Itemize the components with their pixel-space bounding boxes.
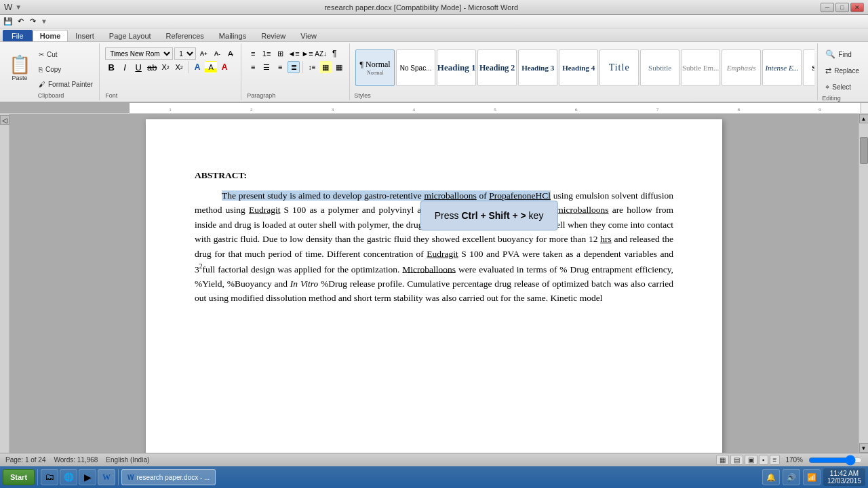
style-normal[interactable]: ¶ Normal Normal (355, 49, 395, 86)
redo-icon[interactable]: ↷ (27, 16, 38, 27)
numbering-button[interactable]: 1≡ (260, 47, 273, 60)
tab-references[interactable]: References (159, 30, 212, 41)
taskbar-word-icon[interactable]: W (98, 469, 115, 485)
font-name-select[interactable]: Times New Roman (105, 47, 173, 60)
style-intense-e[interactable]: Intense E... (762, 49, 802, 86)
font-color-button[interactable]: A (218, 61, 231, 73)
taskbar-app-word[interactable]: W research paper.docx - ... (121, 469, 216, 485)
tab-insert[interactable]: Insert (68, 30, 102, 41)
style-heading2[interactable]: Heading 2 (477, 49, 517, 86)
style-subtitle[interactable]: Subtitle (640, 49, 679, 86)
minimize-button[interactable]: ─ (821, 3, 834, 12)
show-hide-button[interactable]: ¶ (328, 47, 340, 60)
find-button[interactable]: 🔍 Find (822, 47, 863, 61)
and-text: and (486, 249, 500, 259)
text-effects-button[interactable]: A (191, 61, 203, 73)
clear-format-button[interactable]: A̶ (224, 47, 237, 60)
font-group-label: Font (105, 91, 237, 99)
select-button[interactable]: ⌖ Select (822, 80, 863, 94)
taskbar-explorer-icon[interactable]: 🗂 (41, 469, 58, 485)
start-button[interactable]: Start (3, 469, 35, 485)
style-subtle-em[interactable]: Subtle Em... (681, 49, 720, 86)
grow-font-button[interactable]: A+ (197, 47, 210, 60)
underline-button[interactable]: U (132, 61, 144, 73)
zoom-slider[interactable] (808, 456, 863, 464)
shading-button[interactable]: ▦ (319, 61, 332, 73)
tab-review[interactable]: Review (254, 30, 293, 41)
tab-home[interactable]: Home (33, 30, 68, 41)
style-no-space[interactable]: No Spac... (396, 49, 435, 86)
format-painter-button[interactable]: 🖌 Format Painter (35, 77, 96, 91)
font-size-select[interactable]: 12 (174, 47, 196, 60)
align-center-button[interactable]: ☰ (260, 61, 273, 73)
taskbar-notification-icon[interactable]: 🔔 (762, 469, 780, 485)
paste-icon: 📋 (9, 56, 31, 73)
taskbar-right: 🔔 🔊 📶 11:42 AM 12/03/2015 (762, 468, 865, 486)
scrollbar-right: ▲ ▼ (859, 114, 868, 453)
align-left-button[interactable]: ≡ (247, 61, 259, 73)
subscript-button[interactable]: X2 (159, 61, 172, 73)
zoom-level: 170% (785, 456, 803, 464)
style-heading1[interactable]: Heading 1 (437, 49, 476, 86)
system-clock[interactable]: 11:42 AM 12/03/2015 (823, 468, 865, 486)
paragraph-group: ≡ 1≡ ⊞ ◄≡ ►≡ AZ↓ ¶ ≡ ☰ ≡ ≣ ↕≡ ▦ ▦ Paragr… (243, 43, 350, 100)
scroll-thumb[interactable] (860, 137, 868, 164)
decrease-indent-button[interactable]: ◄≡ (288, 47, 300, 60)
style-strong[interactable]: Strong (803, 49, 814, 86)
outline-button[interactable]: ▪ (759, 455, 768, 465)
tab-mailings[interactable]: Mailings (212, 30, 254, 41)
words-status: Words: 11,968 (54, 456, 98, 464)
status-left: Page: 1 of 24 Words: 11,968 English (Ind… (5, 456, 149, 464)
title-bar-controls[interactable]: ─ □ ✕ (821, 3, 864, 12)
justify-button[interactable]: ≣ (288, 61, 300, 73)
paste-button[interactable]: 📋 Paste (5, 47, 34, 89)
sort-button[interactable]: AZ↓ (315, 47, 327, 60)
italic-button[interactable]: I (119, 61, 131, 73)
superscript-button[interactable]: X2 (173, 61, 185, 73)
cut-button[interactable]: ✂ Cut (35, 47, 96, 61)
language-status[interactable]: English (India) (106, 456, 149, 464)
increase-indent-button[interactable]: ►≡ (301, 47, 313, 60)
scroll-up-arrow[interactable]: ▲ (859, 114, 869, 123)
scroll-down-arrow[interactable]: ▼ (859, 443, 869, 453)
word-icon: W (4, 2, 12, 12)
taskbar-volume-icon[interactable]: 🔊 (783, 469, 800, 485)
taskbar-ie-icon[interactable]: 🌐 (60, 469, 77, 485)
clipboard-small-buttons: ✂ Cut ⎘ Copy 🖌 Format Painter (35, 47, 96, 91)
shrink-font-button[interactable]: A- (211, 47, 223, 60)
style-heading3[interactable]: Heading 3 (518, 49, 557, 86)
taskbar-network-icon[interactable]: 📶 (803, 469, 821, 485)
align-right-button[interactable]: ≡ (274, 61, 286, 73)
style-heading4[interactable]: Heading 4 (559, 49, 598, 86)
maximize-button[interactable]: □ (835, 3, 849, 12)
bullets-button[interactable]: ≡ (247, 47, 259, 60)
underline-microballoons: microballoons (425, 190, 477, 201)
tab-file[interactable]: File (3, 30, 33, 41)
web-layout-button[interactable]: ▣ (745, 455, 757, 465)
highlight-button[interactable]: A (205, 61, 217, 73)
strikethrough-button[interactable]: ab (146, 61, 158, 73)
print-layout-button[interactable]: ▦ (716, 455, 729, 465)
line-spacing-button[interactable]: ↕≡ (306, 61, 318, 73)
vertical-ruler-toggle[interactable]: ◁ (0, 115, 9, 125)
save-icon[interactable]: 💾 (3, 16, 14, 27)
multilevel-button[interactable]: ⊞ (274, 47, 286, 60)
superscript-2: 2 (199, 263, 203, 270)
close-button[interactable]: ✕ (850, 3, 864, 12)
scrollbar-left-area: ◁ (0, 114, 9, 453)
tab-page-layout[interactable]: Page Layout (102, 30, 159, 41)
bold-button[interactable]: B (105, 61, 117, 73)
shortcut-hint-tooltip: Press Ctrl + Shift + > key (420, 201, 558, 230)
tab-view[interactable]: View (293, 30, 324, 41)
draft-button[interactable]: ≡ (770, 455, 781, 465)
style-emphasis[interactable]: Emphasis (722, 49, 761, 86)
selected-text-1: The present study is aimed to develop ga… (222, 190, 551, 201)
copy-button[interactable]: ⎘ Copy (35, 62, 96, 76)
taskbar-media-icon[interactable]: ▶ (79, 469, 96, 485)
borders-button[interactable]: ▦ (333, 61, 345, 73)
undo-icon[interactable]: ↶ (15, 16, 26, 27)
full-screen-button[interactable]: ▤ (730, 455, 743, 465)
style-title[interactable]: Title (599, 49, 639, 86)
replace-button[interactable]: ⇄ Replace (822, 64, 863, 77)
quick-access-dropdown[interactable]: ▼ (41, 18, 47, 25)
